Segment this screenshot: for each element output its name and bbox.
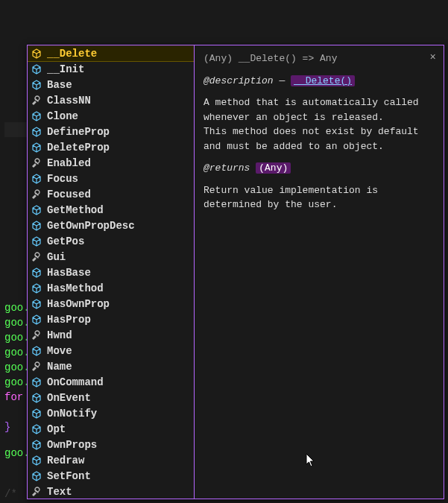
autocomplete-popup: __Delete__InitBaseClassNNCloneDefineProp… <box>27 45 444 499</box>
suggestion-label: Hwnd <box>47 329 72 341</box>
suggestion-label: GetPos <box>47 235 84 247</box>
suggestion-label: SetFont <box>47 470 91 482</box>
cube-icon <box>31 173 42 185</box>
suggestion-label: Redraw <box>47 455 84 466</box>
cube-icon <box>31 126 42 138</box>
close-icon[interactable]: × <box>430 50 436 66</box>
suggestion-item[interactable]: Move <box>28 343 194 358</box>
wrench-icon <box>31 361 42 373</box>
suggestion-label: DeleteProp <box>47 142 110 154</box>
suggestion-item[interactable]: OnEvent <box>28 390 194 405</box>
suggestion-item[interactable]: GetMethod <box>28 202 194 218</box>
suggestion-label: ClassNN <box>47 95 91 107</box>
suggestion-item[interactable]: HasMethod <box>28 280 194 296</box>
description-body: A method that is automatically called wh… <box>204 95 435 154</box>
suggestion-item[interactable]: Enabled <box>28 155 194 171</box>
suggestion-item[interactable]: HasProp <box>28 311 194 327</box>
wrench-icon <box>31 486 42 498</box>
suggestion-item[interactable]: ClassNN <box>28 92 194 108</box>
cube-icon <box>31 235 42 247</box>
suggestion-label: GetOwnPropDesc <box>47 220 135 232</box>
cube-icon <box>31 267 42 279</box>
cube-icon <box>31 220 42 232</box>
cube-icon <box>31 470 42 482</box>
cube-icon <box>31 376 42 388</box>
cube-icon <box>31 204 42 216</box>
suggestion-label: Name <box>47 361 72 373</box>
suggestion-item[interactable]: GetOwnPropDesc <box>28 218 194 233</box>
suggestion-item[interactable]: Gui <box>28 249 194 265</box>
suggestion-label: DefineProp <box>47 126 110 138</box>
cube-icon <box>31 282 42 294</box>
cube-icon <box>31 439 42 451</box>
returns-body: Return value implementation is determine… <box>204 183 435 212</box>
cube-icon <box>31 48 42 60</box>
cube-icon <box>31 345 42 357</box>
returns-tag: @returns <box>204 162 250 174</box>
suggestion-item[interactable]: DeleteProp <box>28 139 194 155</box>
suggestion-item[interactable]: Base <box>28 77 194 92</box>
suggestion-label: Focused <box>47 189 91 200</box>
wrench-icon <box>31 95 42 107</box>
suggestion-label: __Init <box>47 63 84 75</box>
dash: — <box>279 75 285 86</box>
suggestion-item[interactable]: Focused <box>28 186 194 202</box>
suggestion-label: HasBase <box>47 267 91 279</box>
description-link[interactable]: __Delete() <box>291 75 355 86</box>
suggestion-label: Gui <box>47 251 66 263</box>
suggestion-item[interactable]: GetPos <box>28 233 194 249</box>
suggestion-item[interactable]: Redraw <box>28 452 194 468</box>
cube-icon <box>31 455 42 466</box>
suggestion-label: Move <box>47 345 72 357</box>
suggestion-label: Opt <box>47 423 66 435</box>
suggestion-item[interactable]: HasBase <box>28 265 194 280</box>
suggestion-item[interactable]: OwnProps <box>28 437 194 452</box>
suggestion-item[interactable]: SetFont <box>28 468 194 484</box>
suggestion-label: Focus <box>47 173 78 185</box>
suggestion-label: OnEvent <box>47 392 91 404</box>
suggestion-label: HasMethod <box>47 282 104 294</box>
cube-icon <box>31 298 42 310</box>
suggestion-item[interactable]: __Delete <box>28 45 194 61</box>
cube-icon <box>31 423 42 435</box>
suggestion-item[interactable]: Name <box>28 358 194 374</box>
suggestion-item[interactable]: HasOwnProp <box>28 296 194 311</box>
suggestion-label: OnCommand <box>47 376 104 388</box>
suggestion-label: HasOwnProp <box>47 298 110 310</box>
suggestion-item[interactable]: Focus <box>28 171 194 186</box>
suggestion-label: Text <box>47 486 72 498</box>
suggestion-item[interactable]: __Init <box>28 61 194 77</box>
cube-icon <box>31 392 42 404</box>
suggestion-label: GetMethod <box>47 204 104 216</box>
signature-text: (Any) __Delete() => Any <box>204 51 435 66</box>
suggestion-item[interactable]: Opt <box>28 421 194 437</box>
suggestion-item[interactable]: Clone <box>28 108 194 124</box>
suggestion-label: OwnProps <box>47 439 97 451</box>
cube-icon <box>31 110 42 122</box>
cube-icon <box>31 408 42 420</box>
cube-icon <box>31 63 42 75</box>
suggestion-item[interactable]: DefineProp <box>28 124 194 139</box>
wrench-icon <box>31 157 42 169</box>
wrench-icon <box>31 251 42 263</box>
suggestion-label: Enabled <box>47 157 91 169</box>
cube-icon <box>31 142 42 154</box>
wrench-icon <box>31 329 42 341</box>
suggestion-label: Clone <box>47 110 78 122</box>
suggestion-list[interactable]: __Delete__InitBaseClassNNCloneDefineProp… <box>28 45 195 499</box>
documentation-panel: × (Any) __Delete() => Any @description —… <box>195 45 444 499</box>
suggestion-label: __Delete <box>47 48 97 60</box>
suggestion-item[interactable]: OnCommand <box>28 374 194 390</box>
suggestion-label: HasProp <box>47 314 91 326</box>
suggestion-item[interactable]: Text <box>28 484 194 499</box>
cube-icon <box>31 314 42 326</box>
suggestion-item[interactable]: Hwnd <box>28 327 194 343</box>
returns-type: (Any) <box>256 162 291 174</box>
description-tag: @description <box>204 75 274 86</box>
suggestion-label: OnNotify <box>47 408 97 420</box>
cube-icon <box>31 79 42 91</box>
suggestion-label: Base <box>47 79 72 91</box>
suggestion-item[interactable]: OnNotify <box>28 405 194 421</box>
wrench-icon <box>31 189 42 200</box>
